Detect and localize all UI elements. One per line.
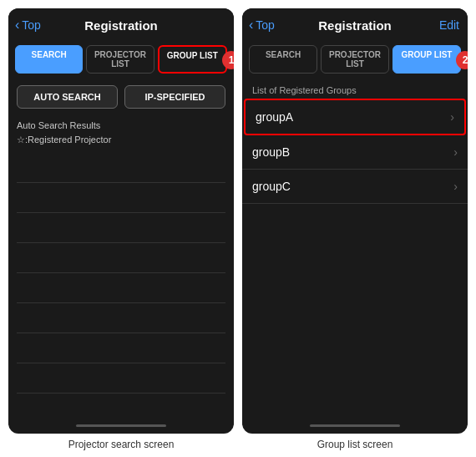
left-home-indicator <box>76 424 166 427</box>
ip-specified-button[interactable]: IP-SPECIFIED <box>124 85 225 109</box>
right-caption: Group list screen <box>242 439 468 450</box>
right-nav-bar: ‹ Top Registration Edit <box>242 8 468 42</box>
left-tab-bar: SEARCH PROJECTOR LIST GROUP LIST <box>8 42 234 79</box>
divider-5 <box>17 273 225 303</box>
right-nav-title: Registration <box>318 18 392 33</box>
right-tab-group-list[interactable]: GROUP LIST <box>392 45 461 74</box>
left-tab-search[interactable]: SEARCH <box>15 45 83 74</box>
group-item-c-chevron-icon: › <box>453 180 458 193</box>
left-nav-title: Registration <box>84 18 158 33</box>
group-item-b[interactable]: groupB › <box>242 135 468 170</box>
divider-7 <box>17 333 225 363</box>
left-back-label: Top <box>22 18 41 32</box>
right-back-button[interactable]: ‹ Top <box>249 18 275 33</box>
right-tab-projector-list[interactable]: PROJECTOR LIST <box>321 45 389 74</box>
group-item-a-name: groupA <box>256 110 293 124</box>
right-edit-button[interactable]: Edit <box>439 18 459 32</box>
left-back-button[interactable]: ‹ Top <box>15 18 41 33</box>
right-tab-search[interactable]: SEARCH <box>249 45 317 74</box>
divider-3 <box>17 213 225 243</box>
left-caption: Projector search screen <box>8 439 234 450</box>
left-back-chevron-icon: ‹ <box>15 18 19 33</box>
left-tab-group-list[interactable]: GROUP LIST <box>158 45 227 74</box>
left-nav-bar: ‹ Top Registration <box>8 8 234 42</box>
group-item-a-chevron-icon: › <box>450 110 454 124</box>
right-back-label: Top <box>256 18 275 32</box>
left-list-dividers <box>8 148 234 419</box>
group-list-items: groupA › groupB › groupC › <box>242 99 468 419</box>
group-item-a[interactable]: groupA › <box>244 99 466 135</box>
group-item-b-name: groupB <box>252 145 290 159</box>
right-phone-screen: ‹ Top Registration Edit SEARCH PROJECTOR… <box>242 8 468 434</box>
divider-1 <box>17 153 225 183</box>
group-list-empty-space <box>242 204 468 419</box>
left-phone-screen: ‹ Top Registration SEARCH PROJECTOR LIST… <box>8 8 234 434</box>
divider-8 <box>17 363 225 394</box>
captions-row: Projector search screen Group list scree… <box>0 434 476 457</box>
right-back-chevron-icon: ‹ <box>249 18 253 33</box>
auto-search-button[interactable]: AUTO SEARCH <box>17 85 118 109</box>
right-tab-bar-wrapper: SEARCH PROJECTOR LIST GROUP LIST 2 <box>242 42 468 79</box>
divider-2 <box>17 183 225 213</box>
left-info-line1: Auto Search Results <box>17 119 225 133</box>
divider-4 <box>17 243 225 273</box>
divider-6 <box>17 303 225 333</box>
group-item-c[interactable]: groupC › <box>242 170 468 204</box>
group-item-b-chevron-icon: › <box>453 145 458 159</box>
left-tab-bar-wrapper: SEARCH PROJECTOR LIST GROUP LIST 1 <box>8 42 234 79</box>
group-item-c-name: groupC <box>252 180 291 193</box>
screens-container: ‹ Top Registration SEARCH PROJECTOR LIST… <box>0 0 476 434</box>
left-info-line2: ☆:Registered Projector <box>17 133 225 147</box>
right-tab-bar: SEARCH PROJECTOR LIST GROUP LIST <box>242 42 468 79</box>
left-tab-projector-list[interactable]: PROJECTOR LIST <box>86 45 154 74</box>
group-list-label: List of Registered Groups <box>242 79 468 99</box>
left-search-actions: AUTO SEARCH IP-SPECIFIED <box>8 79 234 115</box>
left-search-info: Auto Search Results ☆:Registered Project… <box>8 115 234 148</box>
right-home-indicator <box>310 424 400 427</box>
